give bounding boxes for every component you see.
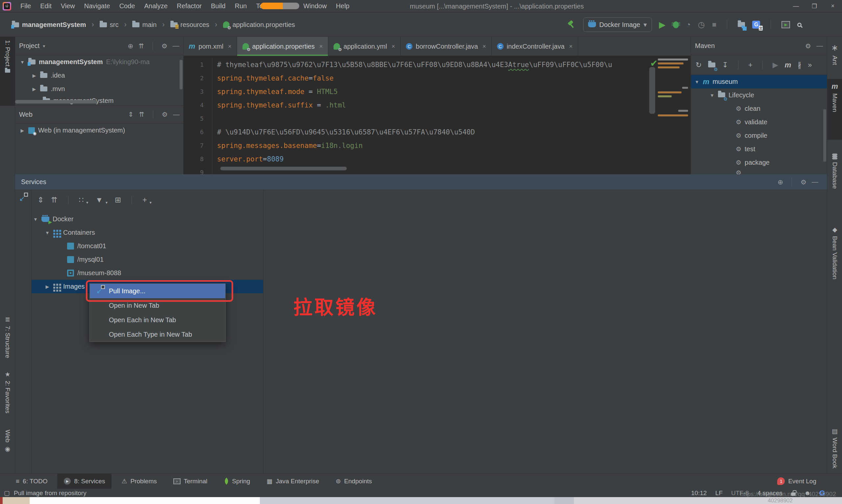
stripe-tab-ant[interactable]: ∗ Ant	[827, 39, 842, 79]
maven-goal-package[interactable]: ⚙ package	[691, 156, 827, 169]
stripe-tab-web[interactable]: Web ◉	[0, 427, 15, 472]
stripe-tab-favorites[interactable]: ★ 2: Favorites	[0, 367, 15, 420]
gear-icon[interactable]: ⚙	[805, 42, 811, 50]
filter-icon[interactable]: ▼	[95, 196, 103, 204]
hide-panel-icon[interactable]: —	[173, 111, 180, 118]
download-sources-icon[interactable]: ↧	[722, 61, 728, 69]
run-configuration-select[interactable]: Docker Image ▾	[583, 17, 652, 32]
menu-build[interactable]: Build	[206, 0, 230, 13]
menu-run[interactable]: Run	[230, 0, 252, 13]
toggle-skip-tests-icon[interactable]: ∦	[798, 61, 801, 69]
bottom-tab-services[interactable]: ▶ 8: Services	[57, 474, 111, 489]
menu-refactor[interactable]: Refactor	[172, 0, 207, 13]
menu-navigate[interactable]: Navigate	[79, 0, 115, 13]
collapse-all-icon[interactable]: ⇈	[139, 42, 144, 50]
vertical-scrollbar[interactable]	[823, 109, 826, 162]
run-maven-icon[interactable]: ▶	[773, 61, 778, 69]
overflow-icon[interactable]: »	[808, 61, 812, 69]
restore-button[interactable]: ❐	[805, 0, 824, 13]
services-row-docker[interactable]: ▼ Docker	[32, 212, 263, 226]
line-separator[interactable]: LF	[715, 489, 722, 497]
menu-item-open-each-in-new-tab[interactable]: Open Each in New Tab	[90, 313, 225, 327]
execute-goal-icon[interactable]: m	[785, 61, 791, 69]
gear-icon[interactable]: ⚙	[162, 110, 168, 118]
bottom-tab-endpoints[interactable]: ⊚ Endpoints	[329, 474, 378, 489]
tab-application-properties[interactable]: application.properties×	[237, 37, 328, 56]
maven-row-museum[interactable]: ▼ m museum	[691, 75, 827, 88]
add-service-icon[interactable]: +	[142, 196, 147, 204]
stripe-tab-bean-validation[interactable]: ◆ Bean Validation	[827, 222, 842, 314]
search-everywhere-icon[interactable]	[797, 23, 802, 27]
tree-row-web[interactable]: ▶ Web (in managementSystem)	[15, 124, 183, 137]
services-row-tomcat01[interactable]: /tomcat01	[32, 239, 263, 253]
breadcrumb-project[interactable]: managementSystem	[22, 21, 86, 29]
add-maven-project-icon[interactable]: +	[748, 61, 753, 69]
run-button[interactable]: ▶	[659, 20, 666, 30]
generate-sources-icon[interactable]	[708, 61, 715, 69]
coverage-button[interactable]: ◔	[686, 20, 691, 29]
minimize-button[interactable]: —	[787, 0, 805, 13]
project-structure-icon[interactable]	[738, 21, 745, 29]
split-view-icon[interactable]: ⊞	[115, 196, 121, 204]
stripe-tab-structure[interactable]: ≣ 7: Structure	[0, 312, 15, 365]
panel-splitter[interactable]	[263, 190, 264, 473]
hide-panel-icon[interactable]: —	[812, 178, 818, 186]
hide-panel-icon[interactable]: —	[173, 42, 179, 50]
breadcrumb-resources[interactable]: resources	[181, 21, 210, 29]
locate-file-icon[interactable]: ⊕	[128, 42, 133, 50]
reimport-icon[interactable]: ↻	[696, 61, 702, 69]
services-row-mysql01[interactable]: /mysql01	[32, 253, 263, 266]
tree-row-project-root[interactable]: ▼ managementSystem E:\lyking90-ma	[15, 55, 183, 69]
menu-item-open-each-type-in-new-tab[interactable]: Open Each Type in New Tab	[90, 327, 225, 342]
services-row-containers[interactable]: ▼ Containers	[32, 226, 263, 239]
menu-code[interactable]: Code	[115, 0, 140, 13]
menu-file[interactable]: File	[16, 0, 36, 13]
bottom-tab-todo[interactable]: ≡ 6: TODO	[9, 474, 54, 489]
vertical-scrollbar[interactable]	[180, 60, 182, 89]
hide-panel-icon[interactable]: —	[816, 42, 823, 50]
maven-goal-validate[interactable]: ⚙ validate	[691, 115, 827, 129]
expand-all-icon[interactable]: ⇕	[37, 196, 44, 204]
breadcrumb-file[interactable]: application.properties	[233, 21, 295, 29]
terminal-run-icon[interactable]: ▶	[782, 21, 790, 28]
breadcrumb-main[interactable]: main	[142, 21, 157, 29]
close-icon[interactable]: ×	[483, 43, 486, 50]
locate-icon[interactable]: ⊕	[777, 178, 783, 186]
inspections-ok-icon[interactable]: ✔	[650, 58, 658, 69]
stripe-tab-maven[interactable]: m Maven	[827, 79, 842, 140]
close-button[interactable]: ×	[824, 0, 842, 13]
menu-analyze[interactable]: Analyze	[140, 0, 172, 13]
maven-goal-test[interactable]: ⚙ test	[691, 142, 827, 156]
close-icon[interactable]: ×	[569, 43, 573, 50]
close-icon[interactable]: ×	[392, 43, 395, 50]
bottom-tab-spring[interactable]: Spring	[217, 474, 257, 489]
expand-all-icon[interactable]: ⇕	[128, 110, 134, 118]
tree-row-mvn[interactable]: ▶ .mvn	[15, 82, 183, 96]
gear-icon[interactable]: ⚙	[161, 42, 167, 50]
caret-position[interactable]: 10:12	[691, 489, 707, 497]
menu-edit[interactable]: Edit	[36, 0, 56, 13]
stripe-tab-word-book[interactable]: ▤ Word Book	[827, 424, 842, 473]
gear-icon[interactable]: ⚙	[801, 178, 806, 186]
maven-goal-partial[interactable]: ⚙	[691, 169, 827, 174]
group-by-icon[interactable]: ∷	[79, 196, 84, 204]
project-panel-title[interactable]: Project	[19, 42, 39, 50]
build-hammer-icon[interactable]	[567, 20, 576, 29]
stripe-tab-database[interactable]: Database	[827, 150, 842, 216]
close-icon[interactable]: ×	[319, 43, 323, 50]
menu-window[interactable]: Window	[299, 0, 331, 13]
translate-icon[interactable]: G	[752, 21, 760, 29]
collapse-all-icon[interactable]: ⇈	[139, 110, 144, 118]
tab-index-controller[interactable]: C indexController.java×	[492, 37, 578, 56]
collapse-all-icon[interactable]: ⇈	[51, 196, 57, 204]
debug-button[interactable]	[673, 21, 679, 28]
services-row-museum-8088[interactable]: /museum-8088	[32, 266, 263, 280]
stripe-tab-project[interactable]: 1: Project	[0, 37, 15, 106]
stop-button[interactable]: ■	[712, 20, 716, 29]
maven-goal-clean[interactable]: ⚙ clean	[691, 102, 827, 115]
bottom-tab-event-log[interactable]: 1 Event Log	[771, 474, 823, 489]
profiler-button[interactable]: ◷	[698, 20, 705, 29]
tab-application-yml[interactable]: application.yml×	[328, 37, 400, 56]
maven-row-lifecycle[interactable]: ▼ Lifecycle	[691, 88, 827, 102]
maven-goal-compile[interactable]: ⚙ compile	[691, 129, 827, 142]
